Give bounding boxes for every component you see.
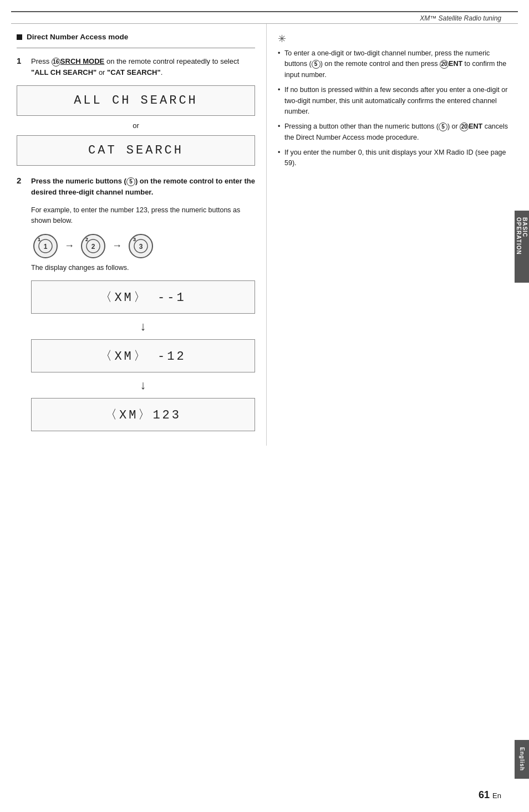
remote-btn-2: 2 2 [81, 234, 105, 258]
display-all-ch-search: ALL CH SEARCH [17, 85, 255, 116]
side-tab-english: English [515, 740, 529, 779]
section-heading: Direct Number Access mode [17, 33, 255, 41]
note-item-2: If no button is pressed within a few sec… [278, 85, 512, 117]
side-tab-basic-operation: BASIC OPERATION [515, 211, 529, 283]
circle-5: 5 [126, 177, 135, 186]
notes-list: To enter a one-digit or two-digit channe… [278, 48, 512, 169]
step-2-number: 2 [17, 176, 26, 197]
note-item-3: Pressing a button other than the numeric… [278, 121, 512, 143]
arrow-down-1: ↓ [31, 319, 255, 334]
or-label: or [17, 121, 255, 130]
header-title: XM™ Satellite Radio tuning [420, 14, 501, 22]
step-2-text: Press the numeric buttons (5) on the rem… [31, 176, 255, 197]
step-2: 2 Press the numeric buttons (5) on the r… [17, 176, 255, 197]
section-rule [17, 48, 255, 48]
step-1-text: Press 16SRCH MODE on the remote control … [31, 56, 255, 78]
remote-btn-3: 3 3 [129, 234, 153, 258]
arrow-right-1: → [64, 240, 74, 252]
main-content: Direct Number Access mode 1 Press 16SRCH… [11, 24, 518, 446]
arrow-right-2: → [112, 240, 122, 252]
arrow-down-2: ↓ [31, 378, 255, 392]
step-2-subtext: For example, to enter the number 123, pr… [31, 205, 255, 431]
display-xm-1: 〈XM〉 --1 [31, 280, 255, 314]
step-2-example-text: For example, to enter the number 123, pr… [31, 205, 255, 226]
page-header: XM™ Satellite Radio tuning [11, 12, 518, 24]
page-number: 61 En [479, 789, 501, 801]
circle-16: 16 [52, 58, 60, 67]
bullet-icon [17, 34, 22, 40]
page-suffix: En [492, 791, 501, 800]
display-xm-123: 〈XM〉123 [31, 398, 255, 431]
srch-mode-label: SRCH MODE [60, 57, 104, 65]
display-xm-12: 〈XM〉 -12 [31, 339, 255, 372]
display-cat-search: CAT SEARCH [17, 135, 255, 166]
step-1-number: 1 [17, 56, 26, 78]
svg-text:1: 1 [44, 243, 48, 251]
right-column: ✳ To enter a one-digit or two-digit chan… [266, 24, 518, 446]
display-changes-label: The display changes as follows. [31, 263, 255, 273]
note-item-1: To enter a one-digit or two-digit channe… [278, 48, 512, 80]
svg-text:2: 2 [91, 243, 95, 251]
remote-buttons-illustration: 1 1 → 2 2 → [33, 234, 255, 258]
sun-icon: ✳ [278, 33, 512, 45]
section-heading-text: Direct Number Access mode [27, 33, 128, 41]
remote-btn-1: 1 1 [33, 234, 58, 258]
left-column: Direct Number Access mode 1 Press 16SRCH… [11, 24, 266, 446]
step-1: 1 Press 16SRCH MODE on the remote contro… [17, 56, 255, 78]
note-item-4: If you enter the number 0, this unit dis… [278, 147, 512, 169]
page-wrapper: XM™ Satellite Radio tuning Direct Number… [0, 0, 529, 812]
svg-text:3: 3 [139, 243, 143, 251]
